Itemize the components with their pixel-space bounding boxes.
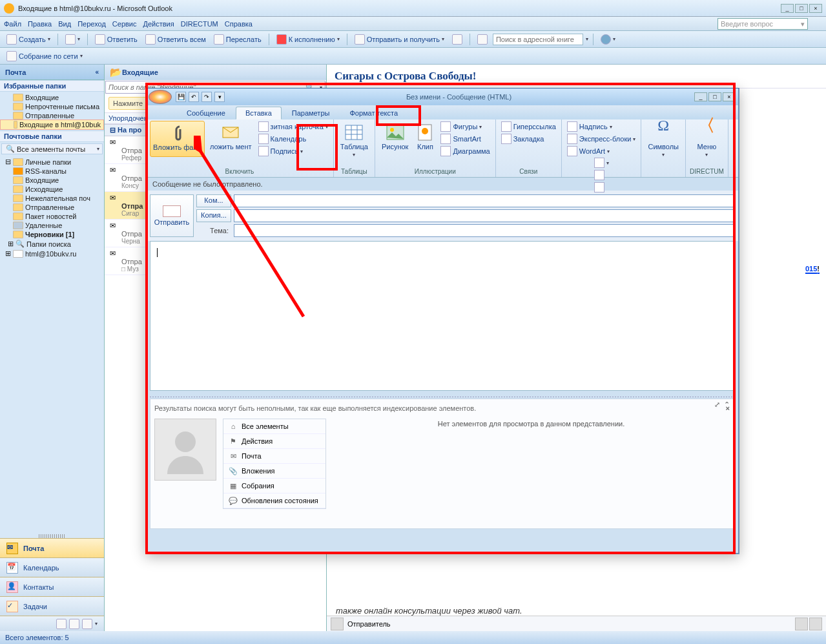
picture-button[interactable]: Рисунок	[379, 121, 411, 157]
tree-rss[interactable]: RSS-каналы	[0, 167, 104, 176]
menu-help[interactable]: Справка	[225, 20, 253, 28]
cc-button[interactable]: Копия...	[196, 209, 231, 222]
subject-input[interactable]	[234, 224, 734, 237]
menu-actions[interactable]: Действия	[143, 20, 174, 28]
qat-more-icon[interactable]: ▾	[214, 92, 225, 102]
nav-shortcut-bar[interactable]: ▾	[0, 616, 104, 631]
menu-tools[interactable]: Сервис	[112, 20, 137, 28]
menu-file[interactable]: Файл	[4, 20, 21, 28]
pane-collapse-icon[interactable]: ⌃	[724, 400, 730, 409]
sendreceive-button[interactable]: Отправить и получить ▾	[352, 34, 447, 45]
menu-go[interactable]: Переход	[77, 20, 106, 28]
fav-sent[interactable]: Отправленные	[0, 111, 104, 120]
new-button[interactable]: Создать ▾	[4, 34, 53, 45]
symbols-button[interactable]: ΩСимволы▾	[645, 121, 681, 160]
year-link-fragment[interactable]: 015!	[805, 258, 820, 275]
people-all-items[interactable]: ⌂Все элементы	[223, 419, 325, 434]
text-extra3[interactable]	[593, 182, 610, 193]
directum-menu-button[interactable]: 〈Меню▾	[694, 121, 719, 160]
compose-maximize[interactable]: □	[708, 92, 721, 101]
tab-format[interactable]: Формат текста	[340, 107, 408, 119]
tree-personal[interactable]: ⊟ Личные папки	[0, 157, 104, 167]
tree-news[interactable]: Пакет новостей	[0, 212, 104, 221]
menu-edit[interactable]: Правка	[28, 20, 52, 28]
addressbook-button[interactable]	[475, 34, 490, 45]
attach-item-button[interactable]: ложить мент	[207, 121, 254, 157]
people-mail[interactable]: ✉Почта	[223, 449, 325, 464]
tree-account[interactable]: ⊞ html@10bukv.ru	[0, 249, 104, 258]
people-meetings[interactable]: ▦Собрания	[223, 479, 325, 493]
all-mail-items[interactable]: 🔍 Все элементы почты ▾	[1, 143, 103, 154]
pane-expand-icon[interactable]: ⤢	[714, 400, 720, 409]
fav-unread[interactable]: Непрочтенные письма	[0, 102, 104, 111]
shapes-button[interactable]: Фигуры ▾	[439, 121, 491, 132]
people-icon[interactable]	[809, 618, 822, 630]
addressbook-search-input[interactable]	[493, 34, 583, 45]
mail-folders-header[interactable]: Почтовые папки	[0, 130, 104, 142]
chart-button[interactable]: Диаграмма	[439, 145, 491, 157]
nav-mail-button[interactable]: ✉Почта	[0, 538, 104, 557]
qat-undo-icon[interactable]: ↶	[189, 92, 199, 102]
qat-redo-icon[interactable]: ↷	[201, 92, 212, 102]
reply-button[interactable]: Ответить	[92, 34, 140, 45]
flag-button[interactable]: К исполнению▾	[274, 34, 342, 45]
text-extra2[interactable]	[593, 169, 610, 181]
calendar-button[interactable]: Календарь	[257, 133, 329, 145]
tree-inbox[interactable]: Входящие	[0, 176, 104, 185]
shortcuts-icon[interactable]	[82, 619, 92, 629]
tab-insert[interactable]: Вставка	[236, 107, 282, 119]
nav-contacts-button[interactable]: 👤Контакты	[0, 577, 104, 596]
smartart-button[interactable]: SmartArt	[439, 133, 491, 145]
bookmark-button[interactable]: Закладка	[500, 133, 557, 145]
window-close[interactable]: ×	[809, 4, 822, 13]
to-button[interactable]: Ком...	[196, 194, 231, 207]
print-button[interactable]: ▾	[63, 34, 83, 45]
people-icon[interactable]	[795, 618, 808, 630]
tab-message[interactable]: Сообщение	[177, 107, 235, 119]
favorite-folders-header[interactable]: Избранные папки	[0, 80, 104, 92]
textbox-button[interactable]: Надпись ▾	[566, 121, 637, 132]
nav-tasks-button[interactable]: ✓Задачи	[0, 596, 104, 616]
signature-button[interactable]: Подпись ▾	[257, 145, 329, 157]
folders-icon[interactable]	[69, 619, 79, 629]
forward-button[interactable]: Переслать	[211, 34, 264, 45]
people-actions[interactable]: ⚑Действия	[223, 434, 325, 449]
attach-file-button[interactable]: Вложить файл	[150, 121, 205, 157]
clip-button[interactable]: Клип	[412, 121, 438, 157]
wordart-button[interactable]: WordArt ▾	[566, 145, 637, 157]
notes-icon[interactable]	[56, 619, 67, 629]
tree-deleted[interactable]: Удаленные	[0, 221, 104, 230]
ask-question-input[interactable]: Введите вопрос ▾	[718, 18, 808, 30]
tab-options[interactable]: Параметры	[282, 107, 340, 119]
text-extra1[interactable]: ▾	[593, 157, 610, 169]
move-button[interactable]	[449, 34, 465, 45]
fav-inbox[interactable]: Входящие	[0, 93, 104, 102]
business-card-button[interactable]: зитная карточка ▾	[257, 121, 329, 132]
window-restore[interactable]: □	[795, 4, 808, 13]
compose-body[interactable]	[150, 241, 734, 391]
cc-input[interactable]	[234, 209, 734, 222]
window-minimize[interactable]: _	[781, 4, 794, 13]
tree-searchfolders[interactable]: ⊞ 🔍 Папки поиска	[0, 239, 104, 249]
online-meeting-button[interactable]: Собрание по сети ▾	[4, 50, 85, 62]
menu-directum[interactable]: DIRECTUM	[181, 20, 218, 28]
compose-minimize[interactable]: _	[694, 92, 707, 101]
tree-outbox[interactable]: Исходящие	[0, 185, 104, 194]
hyperlink-button[interactable]: Гиперссылка	[500, 121, 557, 132]
qat-save-icon[interactable]: 💾	[176, 92, 186, 102]
quickparts-button[interactable]: Экспресс-блоки ▾	[566, 133, 637, 145]
fav-inbox-account[interactable]: Входящие в html@10buk	[0, 119, 104, 130]
office-orb-icon[interactable]	[149, 90, 172, 104]
tree-drafts[interactable]: Черновики [1]	[0, 230, 104, 239]
tree-sent[interactable]: Отправленные	[0, 203, 104, 212]
compose-close[interactable]: ×	[723, 92, 736, 101]
people-attachments[interactable]: 📎Вложения	[223, 464, 325, 479]
tree-junk[interactable]: Нежелательная поч	[0, 194, 104, 203]
to-input[interactable]	[234, 194, 734, 207]
send-button[interactable]: Отправить	[150, 194, 194, 237]
people-updates[interactable]: 💬Обновления состояния	[223, 493, 325, 508]
nav-calendar-button[interactable]: 📅Календарь	[0, 557, 104, 577]
menu-view[interactable]: Вид	[58, 20, 71, 28]
table-button[interactable]: Таблица▾	[338, 121, 371, 160]
reply-all-button[interactable]: Ответить всем	[143, 34, 209, 45]
